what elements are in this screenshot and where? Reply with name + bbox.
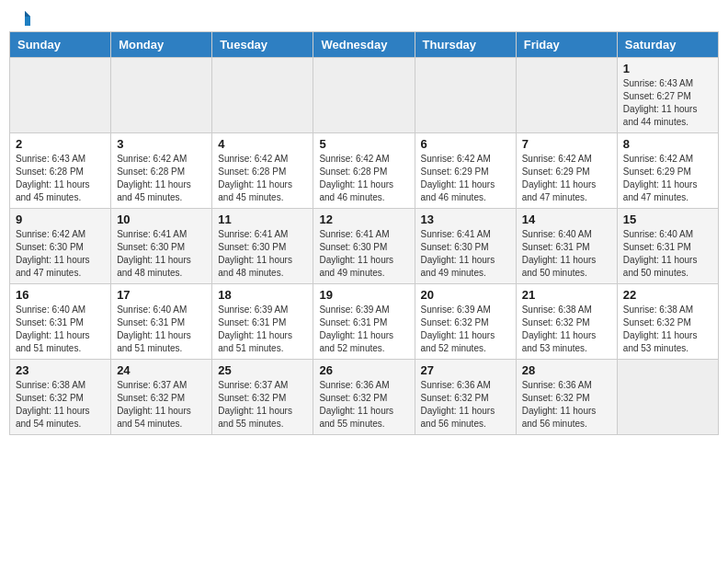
day-info: Sunrise: 6:42 AM Sunset: 6:29 PM Dayligh…: [421, 153, 510, 204]
day-number: 15: [623, 213, 712, 226]
day-number: 9: [16, 213, 105, 226]
day-number: 22: [623, 288, 712, 302]
page-header: [9, 9, 719, 24]
calendar-cell: 11Sunrise: 6:41 AM Sunset: 6:30 PM Dayli…: [212, 209, 313, 284]
day-info: Sunrise: 6:39 AM Sunset: 6:32 PM Dayligh…: [421, 304, 510, 355]
calendar-cell: 9Sunrise: 6:42 AM Sunset: 6:30 PM Daylig…: [10, 209, 111, 284]
calendar-cell: 15Sunrise: 6:40 AM Sunset: 6:31 PM Dayli…: [617, 209, 718, 284]
calendar-cell: 28Sunrise: 6:36 AM Sunset: 6:32 PM Dayli…: [516, 360, 617, 435]
weekday-header-thursday: Thursday: [415, 32, 516, 58]
day-info: Sunrise: 6:38 AM Sunset: 6:32 PM Dayligh…: [623, 304, 712, 355]
day-number: 6: [421, 137, 510, 151]
day-number: 1: [623, 62, 712, 75]
day-info: Sunrise: 6:36 AM Sunset: 6:32 PM Dayligh…: [319, 379, 408, 431]
day-info: Sunrise: 6:42 AM Sunset: 6:28 PM Dayligh…: [117, 153, 206, 204]
calendar-cell: 2Sunrise: 6:43 AM Sunset: 6:28 PM Daylig…: [10, 133, 111, 209]
calendar-cell: 6Sunrise: 6:42 AM Sunset: 6:29 PM Daylig…: [415, 133, 516, 209]
day-number: 2: [16, 137, 105, 151]
day-number: 17: [117, 288, 206, 302]
day-info: Sunrise: 6:41 AM Sunset: 6:30 PM Dayligh…: [218, 228, 307, 280]
day-number: 10: [117, 213, 206, 226]
day-info: Sunrise: 6:43 AM Sunset: 6:28 PM Dayligh…: [16, 153, 105, 204]
calendar-cell: [617, 360, 718, 435]
calendar-cell: 19Sunrise: 6:39 AM Sunset: 6:31 PM Dayli…: [313, 284, 415, 360]
day-number: 3: [117, 137, 206, 151]
day-number: 20: [421, 288, 510, 302]
day-info: Sunrise: 6:42 AM Sunset: 6:29 PM Dayligh…: [522, 153, 611, 204]
calendar-cell: 27Sunrise: 6:36 AM Sunset: 6:32 PM Dayli…: [415, 360, 516, 435]
calendar-table: SundayMondayTuesdayWednesdayThursdayFrid…: [9, 31, 719, 435]
calendar-cell: [111, 58, 212, 133]
day-info: Sunrise: 6:40 AM Sunset: 6:31 PM Dayligh…: [623, 228, 712, 280]
logo-icon: [14, 9, 32, 28]
day-number: 19: [319, 288, 408, 302]
calendar-cell: 4Sunrise: 6:42 AM Sunset: 6:28 PM Daylig…: [212, 133, 313, 209]
weekday-header-row: SundayMondayTuesdayWednesdayThursdayFrid…: [10, 32, 719, 58]
day-info: Sunrise: 6:40 AM Sunset: 6:31 PM Dayligh…: [117, 304, 206, 355]
calendar-week-row: 2Sunrise: 6:43 AM Sunset: 6:28 PM Daylig…: [10, 133, 719, 209]
day-info: Sunrise: 6:42 AM Sunset: 6:28 PM Dayligh…: [218, 153, 307, 204]
calendar-cell: 20Sunrise: 6:39 AM Sunset: 6:32 PM Dayli…: [415, 284, 516, 360]
day-number: 7: [522, 137, 611, 151]
day-number: 23: [16, 363, 105, 377]
weekday-header-monday: Monday: [111, 32, 212, 58]
calendar-cell: 8Sunrise: 6:42 AM Sunset: 6:29 PM Daylig…: [617, 133, 718, 209]
day-number: 12: [319, 213, 408, 226]
weekday-header-saturday: Saturday: [617, 32, 718, 58]
calendar-cell: 14Sunrise: 6:40 AM Sunset: 6:31 PM Dayli…: [516, 209, 617, 284]
calendar-cell: [415, 58, 516, 133]
weekday-header-friday: Friday: [516, 32, 617, 58]
calendar-cell: 17Sunrise: 6:40 AM Sunset: 6:31 PM Dayli…: [111, 284, 212, 360]
day-info: Sunrise: 6:40 AM Sunset: 6:31 PM Dayligh…: [522, 228, 611, 280]
day-info: Sunrise: 6:38 AM Sunset: 6:32 PM Dayligh…: [522, 304, 611, 355]
day-number: 27: [421, 363, 510, 377]
day-info: Sunrise: 6:38 AM Sunset: 6:32 PM Dayligh…: [16, 379, 105, 431]
calendar-cell: 13Sunrise: 6:41 AM Sunset: 6:30 PM Dayli…: [415, 209, 516, 284]
calendar-cell: 7Sunrise: 6:42 AM Sunset: 6:29 PM Daylig…: [516, 133, 617, 209]
calendar-cell: 16Sunrise: 6:40 AM Sunset: 6:31 PM Dayli…: [10, 284, 111, 360]
day-info: Sunrise: 6:37 AM Sunset: 6:32 PM Dayligh…: [218, 379, 307, 431]
calendar-cell: 10Sunrise: 6:41 AM Sunset: 6:30 PM Dayli…: [111, 209, 212, 284]
weekday-header-tuesday: Tuesday: [212, 32, 313, 58]
day-number: 24: [117, 363, 206, 377]
svg-marker-1: [25, 11, 30, 17]
calendar-cell: 22Sunrise: 6:38 AM Sunset: 6:32 PM Dayli…: [617, 284, 718, 360]
day-number: 28: [522, 363, 611, 377]
weekday-header-sunday: Sunday: [10, 32, 111, 58]
day-info: Sunrise: 6:36 AM Sunset: 6:32 PM Dayligh…: [522, 379, 611, 431]
calendar-cell: 18Sunrise: 6:39 AM Sunset: 6:31 PM Dayli…: [212, 284, 313, 360]
day-info: Sunrise: 6:39 AM Sunset: 6:31 PM Dayligh…: [218, 304, 307, 355]
day-number: 8: [623, 137, 712, 151]
calendar-week-row: 23Sunrise: 6:38 AM Sunset: 6:32 PM Dayli…: [10, 360, 719, 435]
calendar-cell: 25Sunrise: 6:37 AM Sunset: 6:32 PM Dayli…: [212, 360, 313, 435]
calendar-cell: 24Sunrise: 6:37 AM Sunset: 6:32 PM Dayli…: [111, 360, 212, 435]
day-info: Sunrise: 6:40 AM Sunset: 6:31 PM Dayligh…: [16, 304, 105, 355]
calendar-cell: [313, 58, 415, 133]
calendar-cell: 12Sunrise: 6:41 AM Sunset: 6:30 PM Dayli…: [313, 209, 415, 284]
calendar-week-row: 9Sunrise: 6:42 AM Sunset: 6:30 PM Daylig…: [10, 209, 719, 284]
calendar-cell: 23Sunrise: 6:38 AM Sunset: 6:32 PM Dayli…: [10, 360, 111, 435]
day-info: Sunrise: 6:36 AM Sunset: 6:32 PM Dayligh…: [421, 379, 510, 431]
weekday-header-wednesday: Wednesday: [313, 32, 415, 58]
day-info: Sunrise: 6:39 AM Sunset: 6:31 PM Dayligh…: [319, 304, 408, 355]
day-number: 11: [218, 213, 307, 226]
day-info: Sunrise: 6:41 AM Sunset: 6:30 PM Dayligh…: [421, 228, 510, 280]
calendar-cell: 1Sunrise: 6:43 AM Sunset: 6:27 PM Daylig…: [617, 58, 718, 133]
calendar-cell: 5Sunrise: 6:42 AM Sunset: 6:28 PM Daylig…: [313, 133, 415, 209]
day-number: 14: [522, 213, 611, 226]
day-info: Sunrise: 6:41 AM Sunset: 6:30 PM Dayligh…: [117, 228, 206, 280]
calendar-cell: [10, 58, 111, 133]
day-info: Sunrise: 6:41 AM Sunset: 6:30 PM Dayligh…: [319, 228, 408, 280]
calendar-week-row: 1Sunrise: 6:43 AM Sunset: 6:27 PM Daylig…: [10, 58, 719, 133]
calendar-cell: [212, 58, 313, 133]
calendar-cell: 3Sunrise: 6:42 AM Sunset: 6:28 PM Daylig…: [111, 133, 212, 209]
logo: [13, 9, 33, 24]
day-info: Sunrise: 6:42 AM Sunset: 6:30 PM Dayligh…: [16, 228, 105, 280]
day-info: Sunrise: 6:42 AM Sunset: 6:29 PM Dayligh…: [623, 153, 712, 204]
day-info: Sunrise: 6:37 AM Sunset: 6:32 PM Dayligh…: [117, 379, 206, 431]
day-number: 18: [218, 288, 307, 302]
day-number: 16: [16, 288, 105, 302]
day-number: 5: [319, 137, 408, 151]
calendar-cell: 26Sunrise: 6:36 AM Sunset: 6:32 PM Dayli…: [313, 360, 415, 435]
day-number: 13: [421, 213, 510, 226]
